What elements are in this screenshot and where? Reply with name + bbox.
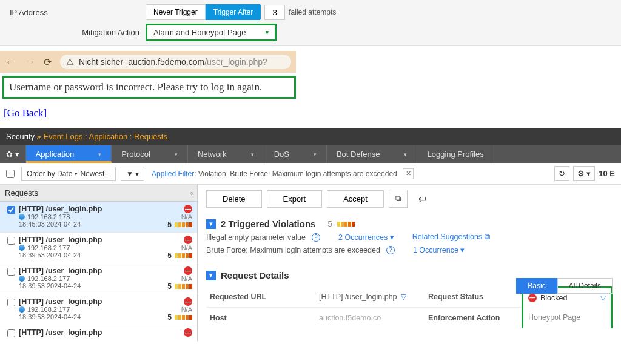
settings-gear-button[interactable]: ⚙ ▾ [573, 166, 596, 181]
tab-bot-defense[interactable]: Bot Defense▾ [327, 145, 418, 163]
violations-title: 2 Triggered Violations [221, 219, 315, 229]
select-all-checkbox[interactable] [6, 170, 15, 178]
attempts-input[interactable] [264, 5, 285, 20]
blocked-icon: — [184, 297, 192, 306]
row-severity: 5 [167, 251, 192, 260]
insecure-label: Nicht sicher [79, 57, 123, 67]
globe-icon [19, 214, 25, 220]
filter-funnel-icon[interactable]: ▽ [600, 294, 606, 302]
insecure-warning-icon: ⚠ [66, 57, 74, 67]
blocked-icon: — [528, 294, 537, 302]
row-checkbox[interactable] [7, 206, 15, 214]
blocked-icon: — [184, 236, 192, 244]
row-title: [HTTP] /user_login.php [19, 236, 167, 244]
help-icon[interactable]: ? [312, 233, 320, 242]
security-breadcrumb: Security » Event Logs : Application : Re… [0, 128, 621, 145]
url-host: auction.f5demo.com [128, 57, 204, 67]
row-checkbox[interactable] [7, 268, 15, 276]
chevron-down-icon: ▾ [266, 29, 269, 36]
forward-arrow-icon[interactable]: → [24, 56, 35, 68]
delete-button[interactable]: Delete [206, 190, 262, 208]
globe-icon [19, 306, 25, 313]
host-label: Host [206, 307, 315, 328]
mitigation-select[interactable]: Alarm and Honeypot Page ▾ [146, 24, 277, 41]
row-checkbox[interactable] [7, 329, 15, 337]
trigger-toggle-group: Never Trigger Trigger After [146, 4, 261, 20]
row-checkbox[interactable] [7, 299, 15, 306]
row-na: N/A [167, 213, 192, 220]
export-button[interactable]: Export [267, 190, 323, 208]
config-panel: IP Address Never Trigger Trigger After f… [0, 0, 621, 46]
collapse-pane-icon[interactable]: « [190, 188, 192, 197]
collapse-details-icon[interactable]: ▾ [206, 271, 216, 280]
globe-icon [19, 245, 25, 251]
comment-icon[interactable]: ⧉ [389, 190, 408, 208]
applied-filter: Applied Filter: Violation: Brute Force: … [149, 168, 549, 179]
remove-filter-button[interactable]: ✕ [403, 168, 414, 179]
action-row: Delete Export Accept ⧉ 🏷 [206, 190, 613, 208]
tab-dos[interactable]: DoS▾ [264, 145, 327, 163]
filter-funnel-icon[interactable]: ▽ [401, 293, 406, 301]
tab-protocol[interactable]: Protocol▾ [112, 145, 188, 163]
refresh-button[interactable]: ↻ [554, 166, 569, 181]
row-title: [HTTP] /user_login.php [19, 328, 184, 337]
chevron-down-icon: ▾ [314, 151, 317, 157]
tab-network[interactable]: Network▾ [188, 145, 264, 163]
requested-url-label: Requested URL [206, 286, 315, 307]
collapse-violations-icon[interactable]: ▾ [206, 219, 216, 229]
attempts-suffix: failed attempts [289, 8, 336, 16]
trigger-after-button[interactable]: Trigger After [206, 4, 261, 20]
row-na: N/A [167, 244, 192, 251]
main-tab-row: ✿ ▾ Application▾ Protocol▾ Network▾ DoS▾… [0, 145, 621, 163]
requests-pane: Requests « [HTTP] /user_login.php 192.16… [0, 185, 198, 341]
tab-application[interactable]: Application▾ [26, 145, 112, 163]
back-arrow-icon[interactable]: ← [5, 56, 16, 68]
go-back-link[interactable]: [Go Back] [4, 107, 47, 119]
blocked-icon: — [184, 328, 192, 337]
requests-header: Requests « [0, 185, 197, 202]
filter-icon[interactable]: ▼ ▾ [121, 167, 144, 181]
request-row[interactable]: [HTTP] /user_login.php 192.168.2.177 18:… [0, 233, 197, 263]
enforcement-value: Honeypot Page [522, 307, 613, 328]
row-checkbox[interactable] [7, 237, 15, 245]
occurrences-link-1[interactable]: 2 Occurrences ▾ [338, 233, 394, 242]
related-suggestions-link[interactable]: Related Suggestions ⧉ [412, 233, 490, 242]
row-ip: 192.168.2.177 [19, 275, 167, 282]
blocked-icon: — [184, 205, 192, 213]
row-title: [HTTP] /user_login.php [19, 205, 167, 213]
row-na: N/A [167, 275, 192, 282]
requested-url-value: [HTTP] /user_login.php ▽ [315, 286, 425, 307]
request-row[interactable]: [HTTP] /user_login.php 192.168.2.177 18:… [0, 294, 197, 325]
row-time: 18:45:03 2024-04-24 [19, 220, 167, 228]
all-details-toggle[interactable]: All Details [557, 278, 613, 294]
request-row[interactable]: [HTTP] /user_login.php 192.168.2.177 18:… [0, 263, 197, 294]
login-error-message: Username or password is incorrect. Pleas… [2, 76, 296, 99]
never-trigger-button[interactable]: Never Trigger [146, 4, 206, 20]
tag-icon[interactable]: 🏷 [412, 191, 432, 207]
occurrences-link-2[interactable]: 1 Occurrence ▾ [413, 245, 465, 254]
breadcrumb-path: Event Logs : Application : Requests [43, 132, 167, 141]
request-row[interactable]: [HTTP] /user_login.php 192.168.2.178 18:… [0, 202, 197, 233]
severity-bars [337, 222, 355, 227]
request-list: [HTTP] /user_login.php 192.168.2.178 18:… [0, 202, 197, 341]
row-time: 18:39:53 2024-04-24 [19, 251, 167, 259]
details-title: Request Details [221, 270, 289, 280]
filter-row: Order by Date ▾ Newest ↓ ▼ ▾ Applied Fil… [0, 163, 621, 185]
row-title: [HTTP] /user_login.php [19, 266, 167, 275]
violation-line-1: Illegal empty parameter value ? 2 Occurr… [206, 233, 613, 242]
entry-count: 10 [599, 169, 607, 178]
address-bar[interactable]: ⚠ Nicht sicher auction.f5demo.com/user_l… [60, 55, 291, 69]
row-severity: 5 [167, 282, 192, 291]
row-na: N/A [167, 306, 192, 313]
help-icon[interactable]: ? [386, 246, 395, 254]
tab-logging[interactable]: Logging Profiles [417, 145, 494, 163]
accept-button[interactable]: Accept [327, 190, 384, 208]
request-row[interactable]: [HTTP] /user_login.php — [0, 325, 197, 341]
row-ip: 192.168.2.178 [19, 213, 167, 220]
refresh-icon[interactable]: ⟳ [44, 56, 52, 68]
row-ip: 192.168.2.177 [19, 244, 167, 251]
gear-tab[interactable]: ✿ ▾ [0, 145, 26, 163]
basic-toggle[interactable]: Basic [516, 278, 557, 294]
order-by-button[interactable]: Order by Date ▾ Newest ↓ [21, 167, 116, 181]
row-time: 18:39:53 2024-04-24 [19, 313, 167, 320]
